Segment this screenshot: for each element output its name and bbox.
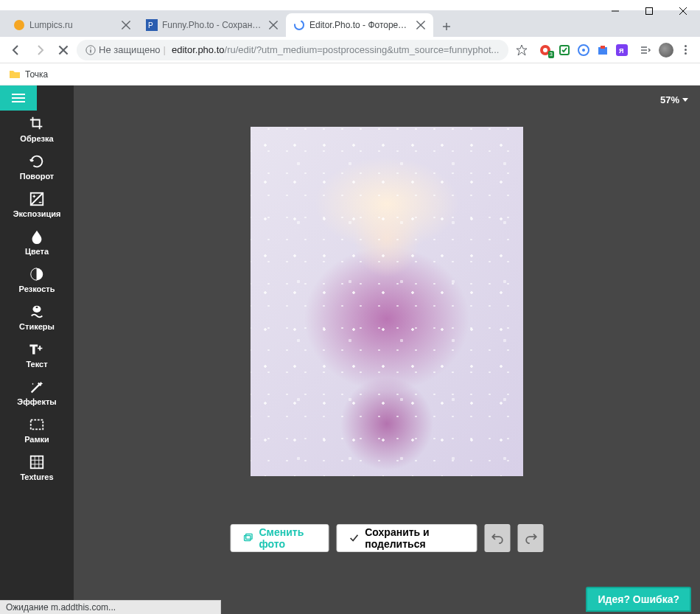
tool-crop[interactable]: Обрезка [0, 111, 74, 148]
browser-status-bar: Ожидание m.addthis.com... [0, 600, 221, 614]
extension-badge: 3 [548, 51, 554, 58]
svg-rect-36 [35, 307, 38, 309]
close-icon[interactable] [268, 20, 279, 30]
stickers-icon [29, 304, 45, 320]
tool-label: Стикеры [19, 322, 55, 331]
svg-rect-1 [646, 8, 653, 15]
browser-address-bar: Не защищено | editor.pho.to/ru/edit/?utm… [0, 37, 700, 63]
svg-rect-27 [601, 46, 605, 49]
photo-swap-icon [243, 531, 253, 545]
tool-frames[interactable]: Рамки [0, 411, 74, 449]
favicon-icon: P [146, 19, 158, 31]
extension-icon[interactable] [578, 44, 589, 56]
tool-sharpness[interactable]: Резкость [0, 261, 74, 299]
extension-icon[interactable]: Я [616, 44, 628, 56]
loading-spinner-icon [293, 19, 305, 31]
svg-text:+: + [38, 343, 42, 352]
photo-editor-app: Обрезка Поворот Экспозиция Цвета Резкост… [0, 86, 700, 614]
browser-tab-active[interactable]: Editor.Pho.to - Фоторедактор о... [286, 13, 433, 37]
chevron-down-icon [682, 98, 688, 102]
tool-exposure[interactable]: Экспозиция [0, 186, 74, 223]
browser-tab[interactable]: Lumpics.ru [6, 13, 139, 37]
svg-point-25 [582, 49, 585, 52]
close-icon[interactable] [416, 20, 426, 30]
svg-rect-42 [246, 534, 252, 539]
info-icon [85, 45, 96, 55]
droplet-icon [29, 228, 45, 245]
url-input[interactable]: Не защищено | editor.pho.to/ru/edit/?utm… [77, 40, 508, 60]
back-button[interactable] [6, 40, 27, 60]
svg-text:Я: Я [619, 47, 623, 55]
sharpness-icon [29, 266, 45, 282]
tab-title: Funny.Pho.to - Сохранить, поде... [162, 20, 264, 30]
profile-avatar[interactable] [659, 43, 673, 57]
new-tab-button[interactable] [436, 16, 457, 37]
security-chip[interactable]: Не защищено | [85, 44, 166, 55]
rotate-icon [29, 153, 45, 170]
tool-label: Резкость [19, 285, 55, 293]
redo-icon [524, 531, 537, 545]
undo-button[interactable] [485, 524, 511, 552]
tab-title: Editor.Pho.to - Фоторедактор о... [309, 20, 411, 30]
change-photo-button[interactable]: Сменить фото [231, 524, 329, 552]
extension-icon[interactable] [597, 44, 609, 56]
favicon-icon [13, 19, 25, 31]
extension-icon[interactable]: 3 [539, 44, 551, 56]
folder-icon [9, 69, 21, 80]
tool-label: Цвета [25, 247, 49, 256]
exposure-icon [29, 191, 45, 207]
save-share-button[interactable]: Сохранить и поделиться [336, 524, 477, 552]
app-menu-button[interactable] [0, 86, 37, 111]
edited-photo[interactable] [251, 127, 523, 476]
url-text: editor.pho.to/ru/edit/?utm_medium=postpr… [172, 44, 499, 55]
feedback-label: Идея? Ошибка? [598, 593, 679, 605]
bookmarks-bar: Точка [0, 63, 700, 86]
tool-label: Обрезка [20, 134, 53, 143]
zoom-value: 57% [660, 94, 679, 105]
tool-stickers[interactable]: Стикеры [0, 299, 74, 336]
action-bar: Сменить фото Сохранить и поделиться [231, 524, 544, 552]
check-icon [349, 531, 359, 545]
frames-icon [29, 416, 45, 433]
zoom-control[interactable]: 57% [660, 94, 688, 105]
redo-button[interactable] [518, 524, 544, 552]
tool-label: Рамки [24, 435, 49, 444]
svg-point-4 [14, 20, 24, 30]
forward-button[interactable] [29, 40, 50, 60]
tool-textures[interactable]: Textures [0, 449, 74, 486]
browser-menu-button[interactable] [676, 45, 694, 55]
tool-colors[interactable]: Цвета [0, 223, 74, 261]
browser-tab[interactable]: P Funny.Pho.to - Сохранить, поде... [139, 13, 286, 37]
stop-reload-button[interactable] [53, 40, 74, 60]
button-label: Сменить фото [259, 526, 316, 550]
magic-wand-icon [29, 379, 45, 395]
svg-point-22 [543, 48, 547, 52]
close-icon[interactable] [121, 20, 131, 30]
feedback-button[interactable]: Идея? Ошибка? [586, 587, 691, 612]
tool-text[interactable]: T+ Текст [0, 336, 74, 374]
tool-label: Текст [26, 360, 47, 369]
tool-label: Textures [20, 472, 53, 481]
browser-tabstrip: Lumpics.ru P Funny.Pho.to - Сохранить, п… [0, 10, 700, 37]
svg-point-11 [295, 21, 304, 29]
canvas-area: 57% Сменить фото Сохранить и поделиться … [74, 86, 700, 614]
extension-icon[interactable] [559, 44, 570, 56]
bookmark-item[interactable]: Точка [25, 69, 48, 80]
tool-rotate[interactable]: Поворот [0, 148, 74, 186]
button-label: Сохранить и поделиться [365, 526, 465, 550]
svg-rect-40 [31, 456, 43, 469]
textures-icon [29, 454, 45, 470]
extensions-area: 3 Я [535, 44, 632, 56]
svg-point-20 [90, 47, 91, 48]
tool-effects[interactable]: Эффекты [0, 374, 74, 411]
window-close-button[interactable] [666, 0, 700, 22]
tool-label: Поворот [20, 172, 55, 181]
window-maximize-button[interactable] [632, 0, 666, 22]
reading-list-button[interactable] [635, 40, 656, 60]
tool-label: Эффекты [17, 397, 56, 406]
svg-text:P: P [148, 21, 153, 29]
window-minimize-button[interactable] [598, 0, 632, 22]
bookmark-star-button[interactable] [511, 40, 532, 60]
tab-title: Lumpics.ru [29, 20, 116, 30]
svg-rect-39 [31, 420, 43, 430]
